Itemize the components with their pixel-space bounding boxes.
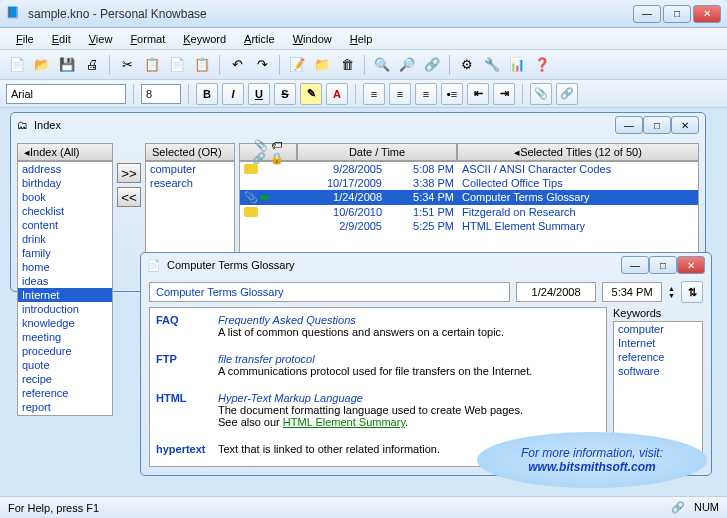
list-item[interactable]: recipe [18,372,112,386]
bold-button[interactable]: B [196,83,218,105]
list-item[interactable]: content [18,218,112,232]
index-all-header[interactable]: ◂ Index (All) [17,143,113,161]
table-row[interactable]: 10/6/20101:51 PMFitzgerald on Research [240,205,698,219]
list-item[interactable]: drink [18,232,112,246]
align-center-button[interactable]: ≡ [389,83,411,105]
minimize-button[interactable]: — [633,5,661,23]
list-item[interactable]: procedure [18,344,112,358]
menu-help[interactable]: Help [342,30,381,48]
keyword-item[interactable]: software [614,364,702,378]
align-right-button[interactable]: ≡ [415,83,437,105]
trash-icon[interactable]: 🗑 [336,54,358,76]
list-item[interactable]: research [146,176,234,190]
titles-table[interactable]: 9/28/20055:08 PMASCII / ANSI Character C… [239,161,699,256]
bubble-line2: www.bitsmithsoft.com [528,460,656,474]
article-date-input[interactable]: 1/24/2008 [516,282,596,302]
save-icon[interactable]: 💾 [56,54,78,76]
font-combo[interactable]: Arial [6,84,126,104]
paste-icon[interactable]: 📄 [166,54,188,76]
keyword-item[interactable]: reference [614,350,702,364]
find-next-icon[interactable]: 🔎 [396,54,418,76]
selected-header[interactable]: Selected (OR) [145,143,235,161]
tool-a-icon[interactable]: ⚙ [456,54,478,76]
list-item[interactable]: family [18,246,112,260]
table-row[interactable]: 10/17/20093:38 PMCollected Office Tips [240,176,698,190]
menu-file[interactable]: File [8,30,42,48]
article-maximize-button[interactable]: □ [649,256,677,274]
tool-c-icon[interactable]: 📊 [506,54,528,76]
list-item[interactable]: report [18,400,112,414]
menu-keyword[interactable]: Keyword [175,30,234,48]
menubar: FileEditViewFormatKeywordArticleWindowHe… [0,28,727,50]
menu-article[interactable]: Article [236,30,283,48]
time-down-button[interactable]: ▼ [668,292,675,299]
list-item[interactable]: reference [18,386,112,400]
list-item[interactable]: computer [146,162,234,176]
bullets-button[interactable]: •≡ [441,83,463,105]
outdent-button[interactable]: ⇤ [467,83,489,105]
list-item[interactable]: introduction [18,302,112,316]
list-item[interactable]: ideas [18,274,112,288]
highlight-button[interactable]: ✎ [300,83,322,105]
keyword-item[interactable]: Internet [614,336,702,350]
indent-button[interactable]: ⇥ [493,83,515,105]
menu-view[interactable]: View [81,30,121,48]
list-item[interactable]: meeting [18,330,112,344]
table-row[interactable]: 2/9/20055:25 PMHTML Element Summary [240,219,698,233]
menu-window[interactable]: Window [285,30,340,48]
index-maximize-button[interactable]: □ [643,116,671,134]
underline-button[interactable]: U [248,83,270,105]
copy-icon[interactable]: 📋 [141,54,163,76]
paste-special-icon[interactable]: 📋 [191,54,213,76]
index-all-list[interactable]: addressbirthdaybookchecklistcontentdrink… [17,161,113,416]
article-close-button[interactable]: ✕ [677,256,705,274]
list-item[interactable]: home [18,260,112,274]
article-title-input[interactable]: Computer Terms Glossary [149,282,510,302]
article-time-input[interactable]: 5:34 PM [602,282,662,302]
index-close-button[interactable]: ✕ [671,116,699,134]
redo-icon[interactable]: ↷ [251,54,273,76]
table-row[interactable]: 9/28/20055:08 PMASCII / ANSI Character C… [240,162,698,176]
tool-b-icon[interactable]: 🔧 [481,54,503,76]
article-minimize-button[interactable]: — [621,256,649,274]
list-item[interactable]: checklist [18,204,112,218]
close-button[interactable]: ✕ [693,5,721,23]
keywords-label: Keywords [613,307,703,319]
list-item[interactable]: birthday [18,176,112,190]
menu-format[interactable]: Format [122,30,173,48]
list-item[interactable]: Internet [18,288,112,302]
move-left-button[interactable]: << [117,187,141,207]
index-minimize-button[interactable]: — [615,116,643,134]
link-icon[interactable]: 🔗 [421,54,443,76]
size-combo[interactable]: 8 [141,84,181,104]
list-item[interactable]: knowledge [18,316,112,330]
open-icon[interactable]: 📂 [31,54,53,76]
table-row[interactable]: 📎⬌1/24/20085:34 PMComputer Terms Glossar… [240,190,698,205]
print-icon[interactable]: 🖨 [81,54,103,76]
maximize-button[interactable]: □ [663,5,691,23]
italic-button[interactable]: I [222,83,244,105]
find-icon[interactable]: 🔍 [371,54,393,76]
col-datetime[interactable]: Date / Time [297,143,457,161]
new-icon[interactable]: 📄 [6,54,28,76]
move-right-button[interactable]: >> [117,163,141,183]
article-nav-button[interactable]: ⇅ [681,281,703,303]
menu-edit[interactable]: Edit [44,30,79,48]
list-item[interactable]: book [18,190,112,204]
col-titles[interactable]: ◂ Selected Titles (12 of 50) [457,143,699,161]
undo-icon[interactable]: ↶ [226,54,248,76]
strike-button[interactable]: S [274,83,296,105]
align-left-button[interactable]: ≡ [363,83,385,105]
list-item[interactable]: address [18,162,112,176]
font-color-button[interactable]: A [326,83,348,105]
col-icons[interactable]: 📎 🏷 🔗 🔒 [239,143,297,161]
insert-icon[interactable]: 📎 [530,83,552,105]
time-up-button[interactable]: ▲ [668,285,675,292]
keyword-item[interactable]: computer [614,322,702,336]
folder-icon[interactable]: 📁 [311,54,333,76]
cut-icon[interactable]: ✂ [116,54,138,76]
new-article-icon[interactable]: 📝 [286,54,308,76]
list-item[interactable]: quote [18,358,112,372]
help-icon[interactable]: ❓ [531,54,553,76]
attach-icon[interactable]: 🔗 [556,83,578,105]
